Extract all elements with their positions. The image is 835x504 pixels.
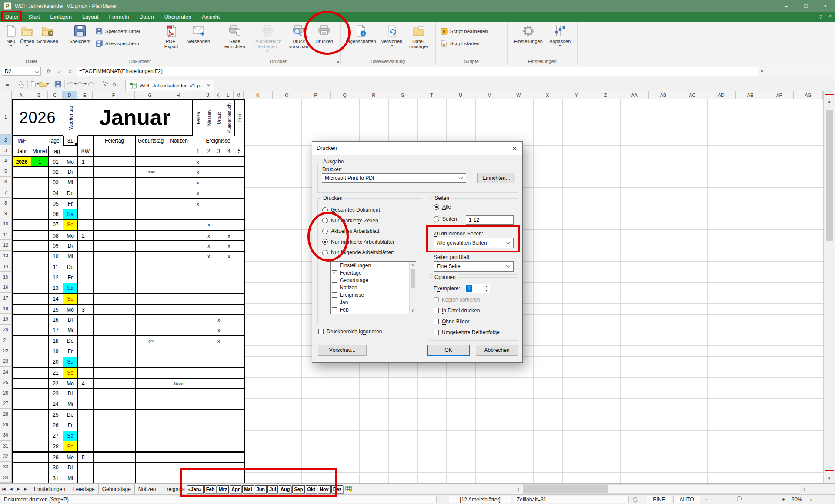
monat-value-cell[interactable] <box>31 167 49 177</box>
pointer-icon[interactable] <box>100 79 110 90</box>
kw-cell[interactable] <box>78 431 94 441</box>
column-header-AG[interactable]: AG <box>794 91 823 99</box>
h-scroll-right-icon[interactable]: › <box>801 484 808 494</box>
monat-value-cell[interactable] <box>31 473 49 484</box>
ok-button[interactable]: OK <box>427 345 470 356</box>
vertical-scrollbar[interactable]: ▲ ▼ <box>823 91 835 483</box>
mark-cell[interactable] <box>224 167 234 177</box>
mark-cell[interactable] <box>224 431 234 441</box>
cell[interactable] <box>63 146 78 156</box>
zoom-slider-knob[interactable] <box>737 496 742 501</box>
mark-cell[interactable] <box>214 283 224 294</box>
mark-cell[interactable] <box>214 389 224 399</box>
monat-value-cell[interactable] <box>31 399 49 410</box>
auto-mode-toggle[interactable]: AUTO <box>673 496 700 503</box>
column-header-L[interactable]: L <box>223 91 234 99</box>
sheet-tab-notizen[interactable]: Notizen <box>135 484 160 494</box>
kw-header-cell[interactable]: KW <box>78 146 94 156</box>
mark-cell[interactable] <box>224 441 234 452</box>
cell[interactable] <box>94 146 136 156</box>
row-header-10[interactable]: 10 <box>0 219 11 229</box>
mark-cell[interactable] <box>214 230 224 241</box>
column-header-I[interactable]: I <box>191 91 203 99</box>
feiertag-cell[interactable] <box>94 378 136 388</box>
month-title-cell[interactable]: Januar <box>78 100 192 136</box>
feiertag-header-cell[interactable]: Feiertag <box>94 136 136 146</box>
row-header-33[interactable]: 33 <box>0 462 11 472</box>
mark-cell[interactable] <box>224 262 234 272</box>
row-header-21[interactable]: 21 <box>0 335 11 345</box>
kw-cell[interactable] <box>78 241 94 251</box>
feiertag-cell[interactable] <box>94 368 136 378</box>
jahr-value-cell[interactable] <box>13 241 31 251</box>
mark-cell[interactable] <box>214 252 224 262</box>
geburtstag-cell[interactable]: Peter <box>136 167 166 177</box>
row-header-29[interactable]: 29 <box>0 419 11 430</box>
jahr-value-cell[interactable] <box>13 315 31 325</box>
row-header-30[interactable]: 30 <box>0 430 11 441</box>
feiertag-cell[interactable] <box>94 410 136 420</box>
seite-einrichten-button[interactable]: Seite einrichten <box>220 23 249 50</box>
event-number-cell[interactable]: 3 <box>214 146 224 156</box>
list-up-icon[interactable]: ∧ <box>410 262 416 268</box>
listbox-scroll-thumb[interactable] <box>411 269 415 288</box>
mark-cell[interactable] <box>192 315 204 325</box>
feiertag-cell[interactable] <box>94 156 136 167</box>
geburtstag-cell[interactable] <box>136 420 166 431</box>
checkbox[interactable] <box>318 329 324 334</box>
column-header-X[interactable]: X <box>533 91 562 99</box>
mark-cell[interactable] <box>214 272 224 283</box>
feiertag-cell[interactable] <box>94 178 136 188</box>
jahr-value-cell[interactable] <box>13 473 31 484</box>
geburtstag-cell[interactable] <box>136 252 166 262</box>
month-tab-sep[interactable]: Sep <box>292 485 304 493</box>
monat-value-cell[interactable] <box>31 188 49 199</box>
selected-cell-d2[interactable]: 31 <box>63 136 78 146</box>
weekday-cell-05[interactable]: Fr <box>63 199 78 209</box>
year-cell[interactable]: 2026 <box>13 100 63 136</box>
next-sheet-icon[interactable]: ▶ <box>15 485 22 494</box>
weekday-cell-12[interactable]: Fr <box>63 272 78 283</box>
monat-value-cell[interactable] <box>31 463 49 473</box>
notiz-cell[interactable] <box>166 156 192 167</box>
mark-cell[interactable] <box>204 178 214 188</box>
checkbox[interactable] <box>332 285 337 290</box>
weekday-cell-20[interactable]: Sa <box>63 357 78 368</box>
cell-reference-box[interactable]: D2 <box>2 67 41 76</box>
mark-cell[interactable] <box>224 368 234 378</box>
zoom-out-icon[interactable]: − <box>705 497 708 503</box>
mark-cell[interactable] <box>204 378 214 388</box>
kw-cell[interactable] <box>78 220 94 230</box>
jahr-header-cell[interactable]: Jahr <box>13 146 31 156</box>
checkbox[interactable] <box>434 319 439 324</box>
mark-cell[interactable] <box>192 272 204 283</box>
mark-cell[interactable] <box>234 304 244 315</box>
weekday-cell-21[interactable]: So <box>63 368 78 378</box>
feiertag-cell[interactable] <box>94 304 136 315</box>
mark-cell[interactable] <box>224 357 234 368</box>
mark-cell[interactable] <box>224 304 234 315</box>
close-button[interactable]: × <box>815 0 835 12</box>
jahr-value-cell[interactable] <box>13 431 31 441</box>
geburtstag-cell[interactable] <box>136 431 166 441</box>
mark-cell[interactable] <box>214 441 224 452</box>
geburtstag-cell[interactable] <box>136 294 166 304</box>
cell[interactable] <box>78 136 94 146</box>
mark-cell[interactable] <box>204 420 214 431</box>
feiertag-cell[interactable] <box>94 336 136 346</box>
tag-cell-28[interactable]: 28 <box>49 441 63 452</box>
feiertag-cell[interactable] <box>94 283 136 294</box>
tag-cell-11[interactable]: 11 <box>49 262 63 272</box>
column-header-Y[interactable]: Y <box>562 91 591 99</box>
monat-value-cell[interactable] <box>31 452 49 462</box>
weekday-cell-10[interactable]: Mi <box>63 252 78 262</box>
mark-cell[interactable] <box>234 199 244 209</box>
mark-cell[interactable] <box>214 178 224 188</box>
mark-cell[interactable] <box>192 230 204 241</box>
monat-header-cell[interactable]: Monat <box>31 146 49 156</box>
monat-value-cell[interactable] <box>31 389 49 399</box>
month-tab-nov[interactable]: Nov <box>318 485 331 493</box>
checkbox[interactable]: ✓ <box>332 270 337 275</box>
column-header-AC[interactable]: AC <box>678 91 707 99</box>
dialog-close-icon[interactable]: × <box>507 142 522 155</box>
